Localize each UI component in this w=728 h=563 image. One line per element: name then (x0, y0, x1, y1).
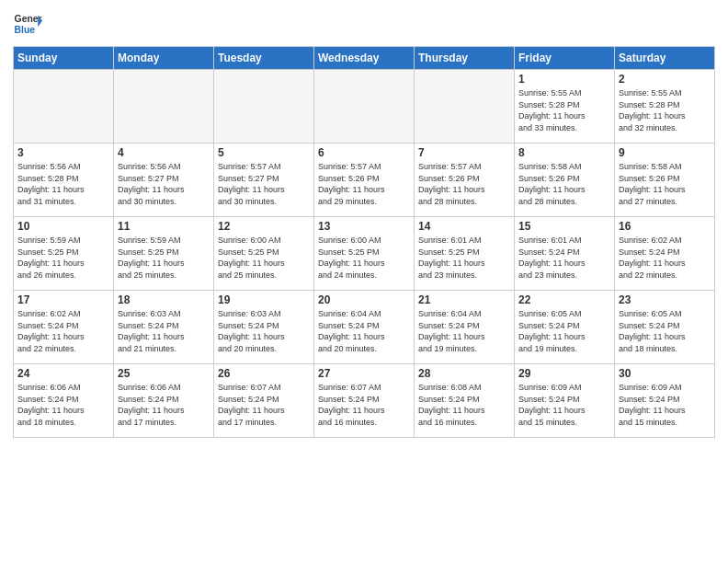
day-cell: 15Sunrise: 6:01 AM Sunset: 5:24 PM Dayli… (515, 217, 615, 291)
day-cell: 7Sunrise: 5:57 AM Sunset: 5:26 PM Daylig… (415, 144, 515, 217)
weekday-header-wednesday: Wednesday (314, 47, 415, 70)
day-info: Sunrise: 5:57 AM Sunset: 5:26 PM Dayligh… (318, 161, 410, 207)
day-cell: 24Sunrise: 6:06 AM Sunset: 5:24 PM Dayli… (14, 364, 114, 438)
weekday-header-thursday: Thursday (415, 47, 515, 70)
week-row-4: 17Sunrise: 6:02 AM Sunset: 5:24 PM Dayli… (14, 291, 715, 364)
day-cell: 19Sunrise: 6:03 AM Sunset: 5:24 PM Dayli… (214, 291, 314, 364)
day-info: Sunrise: 6:07 AM Sunset: 5:24 PM Dayligh… (318, 382, 410, 428)
day-number: 5 (218, 146, 310, 159)
day-info: Sunrise: 6:01 AM Sunset: 5:25 PM Dayligh… (418, 235, 510, 281)
day-cell: 3Sunrise: 5:56 AM Sunset: 5:28 PM Daylig… (14, 144, 114, 217)
day-cell: 26Sunrise: 6:07 AM Sunset: 5:24 PM Dayli… (214, 364, 314, 438)
day-cell (14, 70, 114, 144)
day-number: 28 (418, 367, 510, 380)
day-cell: 29Sunrise: 6:09 AM Sunset: 5:24 PM Dayli… (515, 364, 615, 438)
logo-icon: General Blue (13, 9, 42, 39)
day-cell: 8Sunrise: 5:58 AM Sunset: 5:26 PM Daylig… (515, 144, 615, 217)
day-number: 1 (518, 73, 610, 86)
day-info: Sunrise: 5:56 AM Sunset: 5:27 PM Dayligh… (118, 161, 210, 207)
weekday-header-monday: Monday (114, 47, 214, 70)
weekday-header-friday: Friday (515, 47, 615, 70)
day-info: Sunrise: 6:03 AM Sunset: 5:24 PM Dayligh… (218, 308, 310, 354)
day-cell: 11Sunrise: 5:59 AM Sunset: 5:25 PM Dayli… (114, 217, 214, 291)
day-info: Sunrise: 6:04 AM Sunset: 5:24 PM Dayligh… (318, 308, 410, 354)
day-cell (314, 70, 415, 144)
page: General Blue SundayMondayTuesdayWednesda… (0, 0, 728, 563)
week-row-3: 10Sunrise: 5:59 AM Sunset: 5:25 PM Dayli… (14, 217, 715, 291)
day-info: Sunrise: 6:04 AM Sunset: 5:24 PM Dayligh… (418, 308, 510, 354)
day-info: Sunrise: 5:58 AM Sunset: 5:26 PM Dayligh… (619, 161, 711, 207)
day-info: Sunrise: 5:55 AM Sunset: 5:28 PM Dayligh… (619, 87, 711, 133)
day-info: Sunrise: 5:57 AM Sunset: 5:26 PM Dayligh… (418, 161, 510, 207)
day-cell: 13Sunrise: 6:00 AM Sunset: 5:25 PM Dayli… (314, 217, 415, 291)
day-cell: 2Sunrise: 5:55 AM Sunset: 5:28 PM Daylig… (615, 70, 715, 144)
calendar: SundayMondayTuesdayWednesdayThursdayFrid… (13, 46, 715, 438)
day-number: 25 (118, 367, 210, 380)
day-info: Sunrise: 6:03 AM Sunset: 5:24 PM Dayligh… (118, 308, 210, 354)
day-info: Sunrise: 6:08 AM Sunset: 5:24 PM Dayligh… (418, 382, 510, 428)
day-info: Sunrise: 6:06 AM Sunset: 5:24 PM Dayligh… (17, 382, 109, 428)
day-cell: 1Sunrise: 5:55 AM Sunset: 5:28 PM Daylig… (515, 70, 615, 144)
day-number: 27 (318, 367, 410, 380)
day-info: Sunrise: 6:01 AM Sunset: 5:24 PM Dayligh… (518, 235, 610, 281)
day-info: Sunrise: 6:00 AM Sunset: 5:25 PM Dayligh… (218, 235, 310, 281)
day-cell: 25Sunrise: 6:06 AM Sunset: 5:24 PM Dayli… (114, 364, 214, 438)
day-cell: 22Sunrise: 6:05 AM Sunset: 5:24 PM Dayli… (515, 291, 615, 364)
day-number: 30 (619, 367, 711, 380)
day-number: 3 (17, 146, 109, 159)
day-info: Sunrise: 6:07 AM Sunset: 5:24 PM Dayligh… (218, 382, 310, 428)
day-cell: 28Sunrise: 6:08 AM Sunset: 5:24 PM Dayli… (415, 364, 515, 438)
day-info: Sunrise: 6:06 AM Sunset: 5:24 PM Dayligh… (118, 382, 210, 428)
day-info: Sunrise: 6:05 AM Sunset: 5:24 PM Dayligh… (518, 308, 610, 354)
day-cell: 9Sunrise: 5:58 AM Sunset: 5:26 PM Daylig… (615, 144, 715, 217)
day-cell: 17Sunrise: 6:02 AM Sunset: 5:24 PM Dayli… (14, 291, 114, 364)
day-cell: 6Sunrise: 5:57 AM Sunset: 5:26 PM Daylig… (314, 144, 415, 217)
day-info: Sunrise: 6:05 AM Sunset: 5:24 PM Dayligh… (619, 308, 711, 354)
weekday-header-saturday: Saturday (615, 47, 715, 70)
day-cell: 12Sunrise: 6:00 AM Sunset: 5:25 PM Dayli… (214, 217, 314, 291)
day-info: Sunrise: 5:55 AM Sunset: 5:28 PM Dayligh… (518, 87, 610, 133)
day-number: 16 (619, 220, 711, 233)
week-row-2: 3Sunrise: 5:56 AM Sunset: 5:28 PM Daylig… (14, 144, 715, 217)
day-cell: 5Sunrise: 5:57 AM Sunset: 5:27 PM Daylig… (214, 144, 314, 217)
day-number: 8 (518, 146, 610, 159)
day-cell: 27Sunrise: 6:07 AM Sunset: 5:24 PM Dayli… (314, 364, 415, 438)
day-info: Sunrise: 5:57 AM Sunset: 5:27 PM Dayligh… (218, 161, 310, 207)
weekday-header-sunday: Sunday (14, 47, 114, 70)
day-number: 4 (118, 146, 210, 159)
day-number: 19 (218, 293, 310, 306)
day-number: 20 (318, 293, 410, 306)
day-info: Sunrise: 5:59 AM Sunset: 5:25 PM Dayligh… (17, 235, 109, 281)
day-info: Sunrise: 5:59 AM Sunset: 5:25 PM Dayligh… (118, 235, 210, 281)
day-number: 15 (518, 220, 610, 233)
day-number: 24 (17, 367, 109, 380)
day-cell (214, 70, 314, 144)
day-info: Sunrise: 6:00 AM Sunset: 5:25 PM Dayligh… (318, 235, 410, 281)
day-number: 18 (118, 293, 210, 306)
day-cell: 18Sunrise: 6:03 AM Sunset: 5:24 PM Dayli… (114, 291, 214, 364)
day-cell: 20Sunrise: 6:04 AM Sunset: 5:24 PM Dayli… (314, 291, 415, 364)
day-info: Sunrise: 6:02 AM Sunset: 5:24 PM Dayligh… (17, 308, 109, 354)
day-cell: 23Sunrise: 6:05 AM Sunset: 5:24 PM Dayli… (615, 291, 715, 364)
day-number: 26 (218, 367, 310, 380)
day-number: 7 (418, 146, 510, 159)
header: General Blue (13, 9, 715, 39)
day-number: 17 (17, 293, 109, 306)
day-number: 9 (619, 146, 711, 159)
day-cell (415, 70, 515, 144)
day-number: 14 (418, 220, 510, 233)
day-cell: 14Sunrise: 6:01 AM Sunset: 5:25 PM Dayli… (415, 217, 515, 291)
day-info: Sunrise: 5:56 AM Sunset: 5:28 PM Dayligh… (17, 161, 109, 207)
week-row-1: 1Sunrise: 5:55 AM Sunset: 5:28 PM Daylig… (14, 70, 715, 144)
day-info: Sunrise: 6:09 AM Sunset: 5:24 PM Dayligh… (518, 382, 610, 428)
day-number: 10 (17, 220, 109, 233)
day-cell: 10Sunrise: 5:59 AM Sunset: 5:25 PM Dayli… (14, 217, 114, 291)
logo: General Blue (13, 9, 42, 39)
day-info: Sunrise: 6:09 AM Sunset: 5:24 PM Dayligh… (619, 382, 711, 428)
day-number: 23 (619, 293, 711, 306)
svg-text:Blue: Blue (15, 25, 36, 35)
day-number: 12 (218, 220, 310, 233)
day-cell: 16Sunrise: 6:02 AM Sunset: 5:24 PM Dayli… (615, 217, 715, 291)
day-cell: 21Sunrise: 6:04 AM Sunset: 5:24 PM Dayli… (415, 291, 515, 364)
weekday-header-row: SundayMondayTuesdayWednesdayThursdayFrid… (14, 47, 715, 70)
